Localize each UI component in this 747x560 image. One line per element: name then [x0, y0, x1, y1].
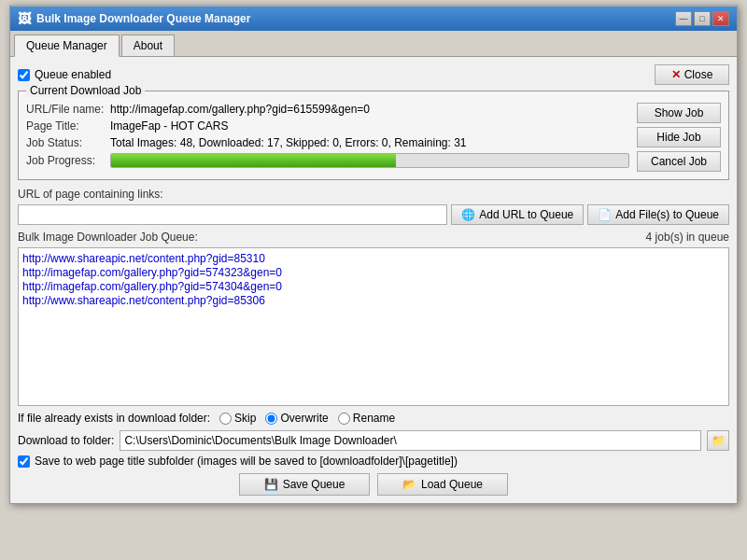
page-title-label: Page Title: [26, 119, 110, 133]
subfolder-row: Save to web page title subfolder (images… [18, 455, 729, 468]
list-item[interactable]: http://imagefap.com/gallery.php?gid=5743… [22, 266, 725, 279]
job-progress-row: Job Progress: [26, 153, 629, 168]
queue-count: 4 job(s) in queue [646, 231, 729, 244]
url-field-row: URL/File name: http://imagefap.com/galle… [26, 103, 629, 116]
maximize-button[interactable]: □ [694, 11, 711, 26]
queue-enabled-text: Queue enabled [35, 68, 111, 81]
page-title-value: ImageFap - HOT CARS [110, 119, 629, 133]
tab-queue-manager[interactable]: Queue Manager [14, 35, 120, 57]
file-exists-row: If file already exists in download folde… [18, 412, 729, 425]
download-folder-row: Download to folder: 📁 [18, 430, 729, 451]
close-button[interactable]: ✕ Close [655, 64, 729, 85]
tab-about[interactable]: About [121, 35, 175, 56]
main-window: 🖼 Bulk Image Downloader Queue Manager — … [9, 5, 738, 504]
skip-radio[interactable] [219, 413, 232, 425]
file-exists-label: If file already exists in download folde… [18, 412, 210, 425]
bottom-buttons: 💾 Save Queue 📂 Load Queue [18, 473, 729, 496]
url-input-row: 🌐 Add URL to Queue 📄 Add File(s) to Queu… [18, 204, 729, 225]
skip-radio-label[interactable]: Skip [219, 412, 256, 425]
load-queue-button[interactable]: 📂 Load Queue [377, 473, 508, 496]
add-files-label: Add File(s) to Queue [615, 208, 719, 221]
subfolder-checkbox[interactable] [18, 455, 30, 468]
overwrite-radio-label[interactable]: Overwrite [265, 412, 328, 425]
current-download-job-group: Current Download Job URL/File name: http… [18, 91, 729, 180]
group-title: Current Download Job [26, 84, 145, 97]
add-url-button[interactable]: 🌐 Add URL to Queue [451, 204, 584, 225]
title-bar-left: 🖼 Bulk Image Downloader Queue Manager [18, 11, 250, 26]
progress-bar-container [110, 153, 629, 168]
window-icon: 🖼 [18, 11, 31, 26]
queue-label: Bulk Image Downloader Job Queue: [18, 231, 198, 244]
save-queue-label: Save Queue [283, 478, 345, 491]
window-title: Bulk Image Downloader Queue Manager [36, 12, 250, 25]
job-status-row: Job Status: Total Images: 48, Downloaded… [26, 136, 629, 149]
queue-section: Bulk Image Downloader Job Queue: 4 job(s… [18, 231, 729, 406]
job-progress-label: Job Progress: [26, 154, 110, 167]
queue-enabled-label[interactable]: Queue enabled [18, 68, 111, 81]
list-item[interactable]: http://imagefap.com/gallery.php?gid=5743… [22, 280, 725, 293]
close-x-icon: ✕ [671, 68, 681, 81]
url-section-label: URL of page containing links: [18, 188, 729, 201]
job-status-label: Job Status: [26, 136, 110, 149]
title-controls: — □ ✕ [675, 11, 729, 26]
hide-job-button[interactable]: Hide Job [637, 127, 721, 147]
load-queue-label: Load Queue [421, 478, 483, 491]
job-fields: URL/File name: http://imagefap.com/galle… [26, 103, 629, 172]
subfolder-label: Save to web page title subfolder (images… [35, 455, 458, 468]
browse-icon: 📁 [712, 434, 726, 447]
title-bar: 🖼 Bulk Image Downloader Queue Manager — … [10, 7, 737, 31]
job-status-value: Total Images: 48, Downloaded: 17, Skippe… [110, 136, 629, 149]
radio-group: Skip Overwrite Rename [219, 412, 395, 425]
window-close-button[interactable]: ✕ [712, 11, 729, 26]
job-buttons: Show Job Hide Job Cancel Job [637, 103, 721, 172]
url-input[interactable] [18, 204, 447, 225]
list-item[interactable]: http://www.shareapic.net/content.php?gid… [22, 294, 725, 307]
url-value: http://imagefap.com/gallery.php?gid=6155… [110, 103, 629, 116]
queue-enabled-checkbox[interactable] [18, 69, 30, 81]
overwrite-radio[interactable] [265, 413, 277, 425]
add-url-label: Add URL to Queue [479, 208, 573, 221]
content-area: Queue enabled ✕ Close Current Download J… [10, 57, 737, 503]
add-files-icon: 📄 [598, 208, 612, 221]
overwrite-label: Overwrite [280, 412, 328, 425]
progress-bar-fill [111, 154, 396, 167]
rename-radio[interactable] [338, 413, 350, 425]
minimize-button[interactable]: — [675, 11, 692, 26]
download-folder-input[interactable] [120, 430, 701, 451]
show-job-button[interactable]: Show Job [637, 103, 721, 123]
cancel-job-button[interactable]: Cancel Job [637, 151, 721, 172]
close-button-label: Close [684, 68, 713, 81]
load-icon: 📂 [402, 478, 416, 491]
add-url-icon: 🌐 [461, 208, 475, 221]
save-queue-button[interactable]: 💾 Save Queue [239, 473, 370, 496]
download-folder-label: Download to folder: [18, 434, 114, 447]
tab-bar: Queue Manager About [10, 31, 737, 57]
top-row: Queue enabled ✕ Close [18, 64, 729, 85]
save-icon: 💾 [264, 478, 278, 491]
queue-header: Bulk Image Downloader Job Queue: 4 job(s… [18, 231, 729, 244]
group-content: URL/File name: http://imagefap.com/galle… [26, 103, 721, 172]
add-files-button[interactable]: 📄 Add File(s) to Queue [587, 204, 729, 225]
skip-label: Skip [234, 412, 256, 425]
browse-folder-button[interactable]: 📁 [707, 430, 729, 451]
rename-label: Rename [353, 412, 395, 425]
rename-radio-label[interactable]: Rename [338, 412, 395, 425]
url-section: URL of page containing links: 🌐 Add URL … [18, 188, 729, 225]
page-title-row: Page Title: ImageFap - HOT CARS [26, 119, 629, 133]
queue-list[interactable]: http://www.shareapic.net/content.php?gid… [18, 247, 729, 406]
list-item[interactable]: http://www.shareapic.net/content.php?gid… [22, 252, 725, 265]
url-label: URL/File name: [26, 103, 110, 116]
